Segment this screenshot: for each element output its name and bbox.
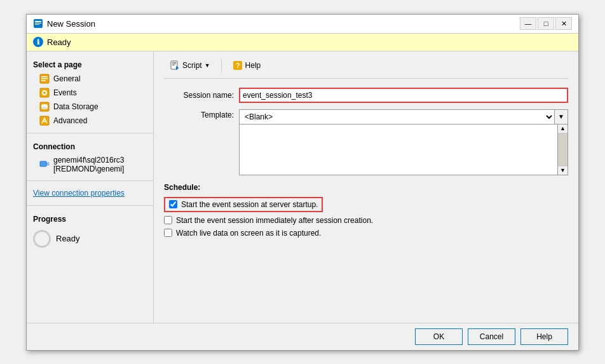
advanced-icon [39,116,50,126]
template-row: Template: <Blank> ▼ ▲ [164,109,568,175]
svg-point-14 [41,107,48,109]
title-bar-left: New Session [33,18,95,29]
checkbox-startup-row[interactable]: Start the event session at server startu… [164,197,323,212]
session-name-row: Session name: [164,88,568,103]
status-icon: ℹ [33,37,43,47]
schedule-title: Schedule: [164,183,568,192]
svg-rect-17 [40,161,46,166]
sidebar-divider-3 [27,205,153,206]
checkbox-startup-wrapper: Start the event session at server startu… [164,197,568,212]
toolbar: Script ▼ ? Help [164,58,568,79]
connection-title: Connection [27,138,153,154]
schedule-section: Schedule: Start the event session at ser… [164,183,568,238]
dialog-icon [33,18,43,29]
help-toolbar-button[interactable]: ? Help [227,58,267,73]
svg-point-10 [43,91,46,94]
close-icon: ✕ [561,20,567,28]
template-scrollbar: ▲ ▼ [557,125,568,175]
svg-rect-21 [172,62,176,63]
advanced-label: Advanced [53,116,87,125]
svg-rect-2 [35,23,41,24]
template-select-row: <Blank> ▼ [239,109,568,125]
script-button[interactable]: Script ▼ [164,58,216,73]
svg-rect-1 [35,21,41,22]
sidebar-item-data-storage[interactable]: Data Storage [27,100,153,114]
dropdown-chevron-icon: ▼ [558,113,564,120]
close-button[interactable]: ✕ [555,17,572,30]
session-name-input[interactable] [239,88,568,103]
ok-button[interactable]: OK [415,328,463,345]
sidebar-item-events[interactable]: Events [27,86,153,100]
template-text-content [240,125,557,175]
general-label: General [53,74,81,83]
dialog-title: New Session [47,19,95,29]
svg-rect-23 [172,65,175,65]
connection-server: genemi4f\sql2016rc3 [53,156,124,165]
script-label: Script [182,61,202,70]
sidebar-item-general[interactable]: General [27,72,153,86]
watch-label: Watch live data on screen as it is captu… [176,229,321,238]
checkbox-watch-row: Watch live data on screen as it is captu… [164,229,568,238]
immediate-checkbox[interactable] [164,216,172,224]
cancel-button[interactable]: Cancel [468,328,515,345]
sidebar-connection-item: genemi4f\sql2016rc3 [REDMOND\genemi] [27,154,153,175]
svg-rect-3 [35,24,39,25]
template-dropdown-button[interactable]: ▼ [554,109,568,125]
title-bar: New Session — □ ✕ [27,15,578,34]
events-label: Events [53,88,77,97]
progress-status: Ready [56,234,80,243]
events-icon [39,88,50,98]
startup-label: Start the event session at server startu… [181,200,318,209]
dialog-footer: OK Cancel Help [27,323,578,350]
help-toolbar-label: Help [245,61,261,70]
template-label: Template: [164,109,234,119]
help-icon: ? [233,60,243,71]
progress-area: Ready [27,226,153,252]
minimize-button[interactable]: — [520,17,536,30]
title-bar-controls: — □ ✕ [520,17,572,30]
sidebar-divider-1 [27,133,153,133]
dialog-body: Select a page General Events [27,51,578,323]
status-bar: ℹ Ready [27,34,578,51]
svg-rect-6 [41,78,48,79]
connection-icon [39,159,50,170]
scrollbar-up-button[interactable]: ▲ [558,125,568,133]
sidebar-item-advanced[interactable]: Advanced [27,114,153,128]
maximize-icon: □ [544,20,548,27]
minimize-icon: — [525,20,532,27]
maximize-button[interactable]: □ [538,17,554,30]
help-button[interactable]: Help [520,328,568,345]
scrollbar-thumb[interactable] [558,133,568,166]
svg-text:?: ? [235,62,240,69]
general-icon [39,74,50,84]
status-text: Ready [47,37,71,47]
info-icon: ℹ [37,38,39,46]
svg-rect-5 [41,76,48,78]
template-content-area: ▲ ▼ [239,125,568,175]
script-icon [170,60,180,71]
progress-spinner [33,230,51,248]
new-session-dialog: New Session — □ ✕ ℹ Ready Select a page [26,14,579,351]
script-dropdown-icon: ▼ [205,62,210,69]
view-connection-link[interactable]: View connection properties [27,186,153,200]
sidebar: Select a page General Events [27,51,154,323]
svg-rect-18 [47,163,49,165]
session-name-label: Session name: [164,91,234,100]
checkbox-immediate-row: Start the event session immediately afte… [164,216,568,225]
connection-details: genemi4f\sql2016rc3 [REDMOND\genemi] [53,156,124,173]
sidebar-divider-2 [27,180,153,181]
watch-checkbox[interactable] [164,229,172,237]
svg-rect-7 [41,80,46,81]
data-storage-label: Data Storage [53,102,99,111]
immediate-label: Start the event session immediately afte… [176,216,373,225]
select-page-title: Select a page [27,57,153,72]
data-storage-icon [39,102,50,112]
template-select[interactable]: <Blank> [239,109,554,125]
template-right: <Blank> ▼ ▲ ▼ [239,109,568,175]
startup-checkbox[interactable] [169,200,177,208]
connection-user: [REDMOND\genemi] [53,165,124,173]
toolbar-separator [221,59,222,72]
progress-title: Progress [27,211,153,226]
scrollbar-down-button[interactable]: ▼ [558,166,568,175]
main-panel: Script ▼ ? Help Session name: [154,51,578,323]
